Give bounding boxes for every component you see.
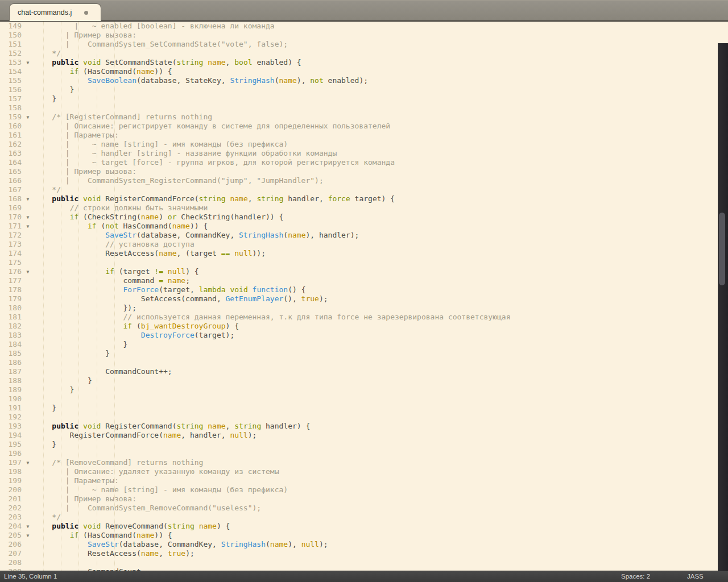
code-line[interactable]: 198 | Описание: удаляет указанную команд… xyxy=(0,467,718,476)
code-line[interactable]: 194 RegisterCommandForce(name, handler, … xyxy=(0,431,718,440)
code-line[interactable]: 188 } xyxy=(0,376,718,385)
code-line[interactable]: 162 | ~ name [string] - имя команды (без… xyxy=(0,140,718,149)
code-line[interactable]: 168▼ public void RegisterCommandForce(st… xyxy=(0,194,718,203)
code-line[interactable]: 172 SaveStr(database, CommandKey, String… xyxy=(0,231,718,240)
code-text: /* [RemoveCommand] returns nothing xyxy=(34,458,718,467)
fold-arrow-icon[interactable]: ▼ xyxy=(22,222,34,231)
code-line[interactable]: 163 | ~ handler [string] - название функ… xyxy=(0,149,718,158)
code-line[interactable]: 170▼ if (CheckString(name) or CheckStrin… xyxy=(0,213,718,222)
code-line[interactable]: 178 ForForce(target, lambda void functio… xyxy=(0,285,718,294)
fold-spacer xyxy=(22,449,34,458)
code-line[interactable]: 183 DestroyForce(target); xyxy=(0,331,718,340)
fold-spacer xyxy=(22,85,34,94)
code-line[interactable]: 155 SaveBoolean(database, StateKey, Stri… xyxy=(0,76,718,85)
fold-spacer xyxy=(22,149,34,158)
code-line[interactable]: 196 xyxy=(0,449,718,458)
code-line[interactable]: 174 ResetAccess(name, (target == null)); xyxy=(0,249,718,258)
fold-arrow-icon[interactable]: ▼ xyxy=(22,194,34,203)
fold-spacer xyxy=(22,440,34,449)
code-line[interactable]: 189 } xyxy=(0,385,718,394)
code-line[interactable]: 158 xyxy=(0,103,718,113)
line-number: 156 xyxy=(0,85,22,94)
code-line[interactable]: 197▼ /* [RemoveCommand] returns nothing xyxy=(0,458,718,467)
indent-setting[interactable]: Spaces: 2 xyxy=(621,573,650,580)
code-line[interactable]: 151 | CommandSystem_SetCommandState("vot… xyxy=(0,40,718,49)
code-line[interactable]: 181 // используется данная переменная, т… xyxy=(0,313,718,322)
code-line[interactable]: 195 } xyxy=(0,440,718,449)
code-line[interactable]: 179 SetAccess(command, GetEnumPlayer(), … xyxy=(0,294,718,304)
fold-arrow-icon[interactable]: ▼ xyxy=(22,58,34,67)
code-text: public void SetCommandState(string name,… xyxy=(34,58,718,67)
code-line[interactable]: 167 */ xyxy=(0,185,718,194)
code-text xyxy=(34,258,718,267)
code-line[interactable]: 207 ResetAccess(name, true); xyxy=(0,549,718,558)
code-line[interactable]: 160 | Описание: регистрирует команду в с… xyxy=(0,122,718,131)
code-line[interactable]: 201 | Пример вызова: xyxy=(0,494,718,504)
code-line[interactable]: 156 } xyxy=(0,85,718,94)
fold-spacer xyxy=(22,94,34,103)
code-line[interactable]: 184 } xyxy=(0,340,718,349)
code-line[interactable]: 149 | ~ enabled [boolean] - включена ли … xyxy=(0,22,718,31)
code-line[interactable]: 180 }); xyxy=(0,304,718,313)
syntax-mode[interactable]: JASS xyxy=(687,573,704,580)
code-line[interactable]: 177 command = name; xyxy=(0,276,718,285)
code-line[interactable]: 153▼ public void SetCommandState(string … xyxy=(0,58,718,67)
status-bar: Line 35, Column 1 Spaces: 2 JASS xyxy=(0,571,728,582)
line-number: 157 xyxy=(0,94,22,103)
code-text: | Пример вызова: xyxy=(34,167,718,176)
code-line[interactable]: 165 | Пример вызова: xyxy=(0,167,718,176)
code-line[interactable]: 157 } xyxy=(0,94,718,103)
code-text: /* [RegisterCommand] returns nothing xyxy=(34,113,718,122)
code-line[interactable]: 182 if (bj_wantDestroyGroup) { xyxy=(0,322,718,331)
editor[interactable]: 149 | ~ enabled [boolean] - включена ли … xyxy=(0,22,728,571)
code-line[interactable]: 176▼ if (target != null) { xyxy=(0,267,718,276)
code-line[interactable]: 150 | Пример вызова: xyxy=(0,31,718,40)
line-number: 195 xyxy=(0,440,22,449)
fold-arrow-icon[interactable]: ▼ xyxy=(22,522,34,531)
code-line[interactable]: 192 xyxy=(0,413,718,422)
line-number: 186 xyxy=(0,358,22,367)
fold-spacer xyxy=(22,413,34,422)
code-text: if (CheckString(name) or CheckString(han… xyxy=(34,213,718,222)
code-line[interactable]: 199 | Параметры: xyxy=(0,476,718,485)
scrollbar-thumb[interactable] xyxy=(719,213,725,285)
fold-arrow-icon[interactable]: ▼ xyxy=(22,213,34,222)
code-line[interactable]: 186 xyxy=(0,358,718,367)
code-line[interactable]: 203 */ xyxy=(0,513,718,522)
code-line[interactable]: 154 if (HasCommand(name)) { xyxy=(0,67,718,76)
code-line[interactable]: 204▼ public void RemoveCommand(string na… xyxy=(0,522,718,531)
code-line[interactable]: 190 xyxy=(0,394,718,404)
code-line[interactable]: 159▼ /* [RegisterCommand] returns nothin… xyxy=(0,113,718,122)
modified-dot-icon[interactable] xyxy=(84,11,88,15)
code-line[interactable]: 202 | CommandSystem_RemoveCommand("usele… xyxy=(0,504,718,513)
fold-arrow-icon[interactable]: ▼ xyxy=(22,458,34,467)
code-text: | Параметры: xyxy=(34,131,718,140)
code-line[interactable]: 171▼ if (not HasCommand(name)) { xyxy=(0,222,718,231)
fold-arrow-icon[interactable]: ▼ xyxy=(22,531,34,540)
code-line[interactable]: 164 | ~ target [force] - группа игрков, … xyxy=(0,158,718,167)
code-line[interactable]: 209 CommandCount--; xyxy=(0,567,718,571)
code-text xyxy=(34,358,718,367)
tab-chat-commands[interactable]: chat-commands.j xyxy=(9,3,101,21)
code-line[interactable]: 152 */ xyxy=(0,49,718,58)
code-line[interactable]: 166 | CommandSystem_RegisterCommand("jum… xyxy=(0,176,718,185)
code-line[interactable]: 175 xyxy=(0,258,718,267)
fold-arrow-icon[interactable]: ▼ xyxy=(22,267,34,276)
code-line[interactable]: 208 xyxy=(0,558,718,567)
line-number: 192 xyxy=(0,413,22,422)
code-line[interactable]: 193 public void RegisterCommand(string n… xyxy=(0,422,718,431)
code-line[interactable]: 191 } xyxy=(0,404,718,413)
code-line[interactable]: 161 | Параметры: xyxy=(0,131,718,140)
code-line[interactable]: 187 CommandCount++; xyxy=(0,367,718,376)
scrollbar-track[interactable] xyxy=(718,43,728,571)
code-line[interactable]: 173 // установка доступа xyxy=(0,240,718,249)
code-line[interactable]: 169 // строки должны быть значимыми xyxy=(0,203,718,213)
line-number: 188 xyxy=(0,376,22,385)
code-line[interactable]: 185 } xyxy=(0,349,718,358)
line-number: 172 xyxy=(0,231,22,240)
code-line[interactable]: 206 SaveStr(database, CommandKey, String… xyxy=(0,540,718,549)
line-number: 159 xyxy=(0,113,22,122)
fold-arrow-icon[interactable]: ▼ xyxy=(22,113,34,122)
code-line[interactable]: 205▼ if (HasCommand(name)) { xyxy=(0,531,718,540)
code-line[interactable]: 200 | ~ name [string] - имя команды (без… xyxy=(0,485,718,494)
